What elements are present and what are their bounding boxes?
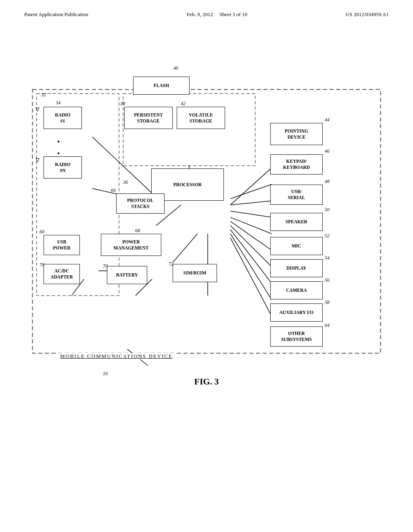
box-usb-serial: USB/SERIAL xyxy=(270,185,323,205)
box-volatile-storage: VOLATILESTORAGE xyxy=(177,107,225,129)
publication-label: Patent Application Publication xyxy=(24,11,88,17)
svg-line-5 xyxy=(230,168,271,205)
battery-label: BATTERY xyxy=(116,272,138,278)
box-sim-ruim: SIM/RUIM xyxy=(173,264,217,282)
radio1-label: RADIO#1 xyxy=(55,112,70,124)
ref-54: 54 xyxy=(325,255,330,261)
persistent-storage-label: PERSISTENTSTORAGE xyxy=(134,112,163,124)
box-display: DISPLAY xyxy=(270,259,323,277)
ref-56: 56 xyxy=(325,277,330,283)
patent-number: US 2012/034959 A1 xyxy=(346,11,389,17)
other-subsystems-label: OTHERSUBSYSTEMS xyxy=(281,330,312,343)
box-battery: BATTERY xyxy=(107,266,147,284)
ref-40: 40 xyxy=(173,65,178,71)
volatile-storage-label: VOLATILESTORAGE xyxy=(189,112,213,124)
ref-10: 10 xyxy=(103,371,108,377)
box-acdc-adapter: AC/DCADAPTER xyxy=(44,264,80,284)
processor-label: PROCESSOR xyxy=(173,182,202,188)
ref-34: 34 xyxy=(56,100,60,106)
header-center: Feb. 9, 2012 Sheet 3 of 10 xyxy=(187,11,247,18)
radioN-label: RADIO#N xyxy=(55,162,70,174)
svg-line-14 xyxy=(230,238,271,316)
box-radioN: RADIO#N xyxy=(44,156,82,179)
svg-line-19 xyxy=(173,234,197,263)
box-pointing-device: POINTINGDEVICE xyxy=(270,123,323,145)
header-right: US 2012/034959 A1 xyxy=(346,11,389,18)
mobile-device-label: MOBILE COMMUNICATIONS DEVICE xyxy=(58,353,174,360)
svg-line-7 xyxy=(230,201,271,205)
header-left: Patent Application Publication xyxy=(24,11,88,18)
acdc-label: AC/DCADAPTER xyxy=(50,268,73,280)
sim-ruim-label: SIM/RUIM xyxy=(184,270,206,276)
ref-38: 38 xyxy=(120,101,125,107)
usb-serial-label: USB/SERIAL xyxy=(288,189,305,201)
mic-label: MIC xyxy=(292,243,301,249)
box-usb-power: USBPOWER xyxy=(44,235,80,255)
svg-rect-0 xyxy=(32,89,380,353)
ref-58: 58 xyxy=(325,299,330,305)
svg-line-13 xyxy=(230,234,271,300)
ref-68: 68 xyxy=(135,228,140,234)
box-other-subsystems: OTHERSUBSYSTEMS xyxy=(270,326,323,347)
box-protocol-stacks: PROTOCOLSTACKS xyxy=(116,193,165,214)
svg-line-8 xyxy=(230,211,271,217)
box-camera: CAMERA xyxy=(270,281,323,299)
svg-line-9 xyxy=(230,217,271,234)
camera-label: CAMERA xyxy=(286,287,307,293)
ref-36: 36 xyxy=(123,179,128,185)
ref-44: 44 xyxy=(325,117,330,123)
ref-60: 60 xyxy=(40,229,44,235)
flash-label: FLASH xyxy=(154,83,169,89)
box-power-management: POWERMANAGEMENT xyxy=(101,234,161,256)
box-persistent-storage: PERSISTENTSTORAGE xyxy=(124,107,173,129)
ref-32: 32 xyxy=(41,92,46,98)
ref-50: 50 xyxy=(325,207,330,213)
box-mic: MIC xyxy=(270,237,323,255)
antennaN-icon: ▿ xyxy=(35,155,40,164)
svg-line-12 xyxy=(230,230,271,283)
usb-power-label: USBPOWER xyxy=(53,239,70,251)
ref-64: 64 xyxy=(325,322,330,328)
display-label: DISPLAY xyxy=(286,265,306,271)
page-header: Patent Application Publication Feb. 9, 2… xyxy=(0,0,413,18)
svg-line-11 xyxy=(230,226,271,267)
power-management-label: POWERMANAGEMENT xyxy=(114,239,149,251)
ref-42: 42 xyxy=(181,101,186,107)
box-speaker: SPEAKER xyxy=(270,213,323,231)
protocol-stacks-label: PROTOCOLSTACKS xyxy=(127,197,154,210)
speaker-label: SPEAKER xyxy=(286,219,307,225)
figure-caption: FIG. 3 xyxy=(24,376,389,387)
pointing-device-label: POINTINGDEVICE xyxy=(285,128,308,140)
ref-46: 46 xyxy=(325,148,330,154)
antenna1-icon: ▿ xyxy=(35,104,40,114)
svg-line-6 xyxy=(230,184,271,199)
box-keypad-keyboard: KEYPAD/KEYBOARD xyxy=(270,154,323,175)
pub-date: Feb. 9, 2012 xyxy=(187,11,213,17)
svg-line-10 xyxy=(230,221,271,250)
ref-48: 48 xyxy=(325,179,330,185)
auxiliary-io-label: AUXILIARY I/O xyxy=(279,310,313,316)
sheet-info: Sheet 3 of 10 xyxy=(219,11,247,17)
box-flash: FLASH xyxy=(133,77,190,95)
ref-66: 66 xyxy=(111,187,116,193)
diagram-area: 40 FLASH 38 PERSISTENTSTORAGE 42 VOLATIL… xyxy=(24,56,389,411)
ref-52: 52 xyxy=(325,233,330,239)
box-radio1: RADIO#1 xyxy=(44,107,82,129)
box-auxiliary-io: AUXILIARY I/O xyxy=(270,303,323,322)
svg-rect-2 xyxy=(123,94,255,166)
keypad-keyboard-label: KEYPAD/KEYBOARD xyxy=(283,158,310,170)
